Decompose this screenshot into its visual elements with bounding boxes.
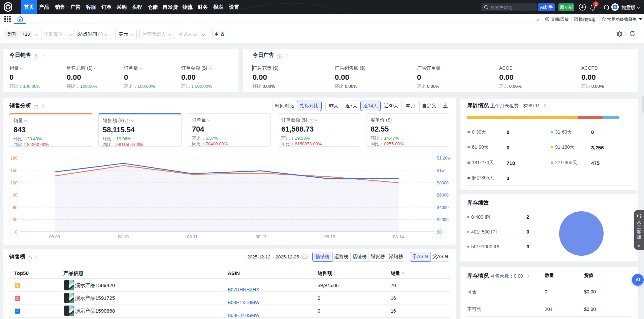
svg-text:120: 120 — [10, 181, 18, 185]
svg-text:$4000: $4000 — [437, 205, 449, 210]
svg-text:180: 180 — [10, 156, 18, 161]
svg-text:60: 60 — [13, 205, 18, 210]
svg-text:$6000: $6000 — [437, 193, 449, 198]
svg-text:0: 0 — [15, 230, 18, 235]
svg-text:$1w: $1w — [437, 168, 445, 173]
svg-text:30: 30 — [13, 217, 18, 222]
svg-text:$0: $0 — [437, 230, 442, 235]
svg-text:08-11: 08-11 — [187, 235, 197, 239]
svg-text:$1.20w: $1.20w — [437, 156, 451, 161]
svg-text:$2000: $2000 — [437, 217, 449, 222]
svg-text:08-14: 08-14 — [393, 235, 404, 239]
svg-text:08-09: 08-09 — [49, 235, 60, 239]
svg-text:$8000: $8000 — [437, 181, 449, 185]
svg-text:08-12: 08-12 — [256, 235, 266, 239]
svg-text:90: 90 — [13, 193, 18, 198]
svg-text:08-10: 08-10 — [118, 235, 129, 239]
svg-text:08-13: 08-13 — [324, 235, 335, 239]
svg-text:150: 150 — [10, 168, 18, 173]
